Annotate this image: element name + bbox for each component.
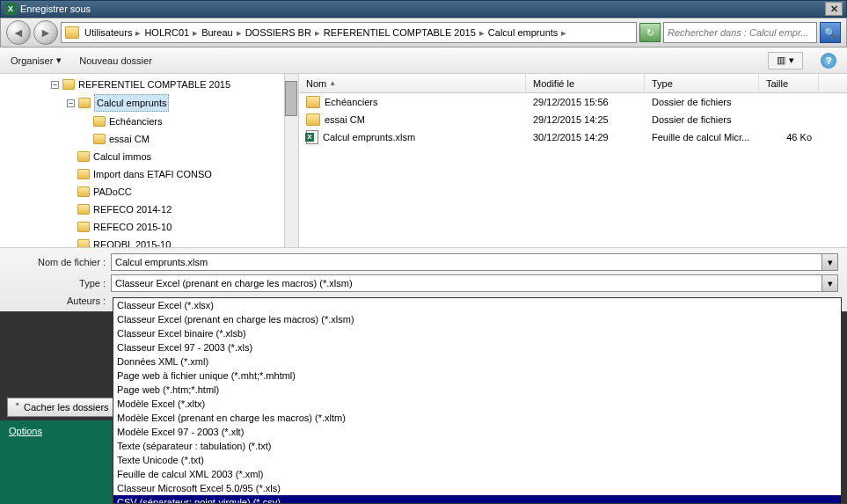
folder-icon bbox=[77, 151, 90, 162]
breadcrumb[interactable]: Utilisateurs▸HOLRC01▸Bureau▸DOSSIERS BR▸… bbox=[61, 22, 637, 43]
forward-button[interactable]: ► bbox=[33, 20, 58, 45]
tree-item[interactable]: essai CM bbox=[93, 130, 298, 148]
folder-icon bbox=[77, 169, 90, 179]
tree-item[interactable]: Calcul immos bbox=[77, 148, 298, 165]
type-select[interactable]: Classeur Excel (prenant en charge les ma… bbox=[111, 274, 838, 292]
chevron-right-icon: ▸ bbox=[559, 27, 568, 38]
collapse-icon[interactable]: − bbox=[67, 99, 75, 107]
hide-folders-button[interactable]: ˄ Cacher les dossiers bbox=[7, 398, 117, 417]
folder-icon bbox=[77, 222, 90, 232]
chevron-up-icon: ˄ bbox=[15, 402, 20, 413]
tree-item[interactable]: REODBL 2015-10 bbox=[77, 236, 298, 247]
folder-icon bbox=[78, 98, 91, 108]
tree-item[interactable]: Import dans ETAFI CONSO bbox=[77, 165, 298, 183]
filetype-option[interactable]: Modèle Excel 97 - 2003 (*.xlt) bbox=[113, 425, 841, 439]
filetype-option[interactable]: Texte Unicode (*.txt) bbox=[113, 453, 841, 467]
authors-label: Auteurs : bbox=[9, 296, 111, 306]
filetype-dropdown[interactable]: Classeur Excel (*.xlsx)Classeur Excel (p… bbox=[113, 297, 842, 504]
filetype-option[interactable]: Texte (séparateur : tabulation) (*.txt) bbox=[113, 439, 841, 453]
chevron-right-icon: ▸ bbox=[191, 27, 200, 38]
search-input[interactable]: Rechercher dans : Calcul empr... bbox=[663, 22, 817, 43]
folder-icon bbox=[77, 186, 90, 197]
excel-options-panel: Options bbox=[0, 420, 113, 504]
filetype-option[interactable]: Classeur Excel binaire (*.xlsb) bbox=[113, 326, 841, 340]
dropdown-icon[interactable]: ▾ bbox=[821, 254, 837, 270]
filetype-option[interactable]: Classeur Excel (prenant en charge les ma… bbox=[113, 312, 841, 326]
filetype-option[interactable]: Classeur Excel (*.xlsx) bbox=[113, 298, 841, 312]
tree-item[interactable]: Echéanciers bbox=[93, 113, 298, 130]
filetype-option[interactable]: Classeur Microsoft Excel 5.0/95 (*.xls) bbox=[113, 481, 841, 495]
chevron-right-icon: ▸ bbox=[134, 27, 142, 38]
folder-icon bbox=[62, 79, 75, 90]
window-title: Enregistrer sous bbox=[20, 4, 91, 14]
col-name[interactable]: Nom▲ bbox=[299, 74, 526, 92]
list-header: Nom▲ Modifié le Type Taille bbox=[299, 74, 847, 93]
collapse-icon[interactable]: − bbox=[51, 81, 59, 89]
filetype-option[interactable]: CSV (séparateur: point-virgule) (*.csv) bbox=[113, 495, 841, 504]
filename-input[interactable]: Calcul emprunts.xlsm ▾ bbox=[111, 253, 838, 271]
filetype-option[interactable]: Page web à fichier unique (*.mht;*.mhtml… bbox=[113, 369, 841, 383]
filetype-option[interactable]: Page web (*.htm;*.html) bbox=[113, 383, 841, 397]
view-selector[interactable]: ▥ ▾ bbox=[768, 52, 803, 69]
folder-tree[interactable]: −REFERENTIEL COMPTABLE 2015 −Calcul empr… bbox=[0, 74, 299, 247]
chevron-right-icon: ▸ bbox=[478, 27, 486, 38]
list-item[interactable]: essai CM29/12/2015 14:25Dossier de fichi… bbox=[299, 111, 847, 128]
titlebar: X Enregistrer sous ✕ bbox=[0, 0, 847, 18]
folder-icon bbox=[65, 26, 79, 39]
folder-icon bbox=[306, 113, 320, 126]
filetype-option[interactable]: Données XML (*.xml) bbox=[113, 354, 841, 369]
breadcrumb-segment[interactable]: Calcul emprunts bbox=[486, 27, 559, 38]
col-type[interactable]: Type bbox=[645, 74, 759, 92]
folder-icon bbox=[306, 96, 320, 108]
filetype-option[interactable]: Modèle Excel (*.xltx) bbox=[113, 397, 841, 411]
refresh-button[interactable]: ↻ bbox=[639, 23, 661, 42]
main-area: −REFERENTIEL COMPTABLE 2015 −Calcul empr… bbox=[0, 74, 847, 248]
chevron-right-icon: ▸ bbox=[313, 27, 322, 38]
breadcrumb-segment[interactable]: Utilisateurs bbox=[83, 27, 134, 38]
dropdown-icon[interactable]: ▾ bbox=[821, 275, 837, 291]
excel-icon: X bbox=[4, 3, 17, 15]
excel-file-icon bbox=[306, 130, 318, 144]
tree-item-root[interactable]: −REFERENTIEL COMPTABLE 2015 bbox=[62, 76, 298, 93]
chevron-right-icon: ▸ bbox=[235, 27, 244, 38]
list-item[interactable]: Calcul emprunts.xlsm30/12/2015 14:29Feui… bbox=[299, 128, 847, 146]
filetype-option[interactable]: Classeur Excel 97 - 2003 (*.xls) bbox=[113, 340, 841, 354]
folder-icon bbox=[77, 239, 90, 247]
sort-asc-icon: ▲ bbox=[329, 79, 336, 87]
file-list: Nom▲ Modifié le Type Taille Echéanciers2… bbox=[299, 74, 847, 247]
filetype-option[interactable]: Modèle Excel (prenant en charge les macr… bbox=[113, 411, 841, 425]
folder-icon bbox=[93, 134, 106, 144]
breadcrumb-segment[interactable]: DOSSIERS BR bbox=[244, 27, 313, 38]
new-folder-button[interactable]: Nouveau dossier bbox=[79, 55, 152, 66]
breadcrumb-segment[interactable]: HOLRC01 bbox=[142, 27, 191, 38]
tree-scrollbar[interactable] bbox=[284, 74, 298, 247]
toolbar: Organiser▾ Nouveau dossier ▥ ▾ ? bbox=[0, 47, 847, 74]
col-modified[interactable]: Modifié le bbox=[526, 74, 645, 92]
back-button[interactable]: ◄ bbox=[6, 20, 31, 45]
organize-button[interactable]: Organiser▾ bbox=[11, 55, 62, 66]
help-button[interactable]: ? bbox=[821, 53, 836, 69]
tree-item[interactable]: REFECO 2015-10 bbox=[77, 218, 298, 236]
filename-label: Nom de fichier : bbox=[9, 257, 111, 267]
filetype-option[interactable]: Feuille de calcul XML 2003 (*.xml) bbox=[113, 467, 841, 481]
close-button[interactable]: ✕ bbox=[825, 2, 843, 16]
navbar: ◄ ► Utilisateurs▸HOLRC01▸Bureau▸DOSSIERS… bbox=[0, 18, 847, 47]
breadcrumb-segment[interactable]: REFERENTIEL COMPTABLE 2015 bbox=[322, 27, 478, 38]
tree-item[interactable]: REFECO 2014-12 bbox=[77, 201, 298, 218]
type-label: Type : bbox=[9, 278, 111, 289]
breadcrumb-segment[interactable]: Bureau bbox=[200, 27, 234, 38]
folder-icon bbox=[93, 116, 106, 127]
folder-icon bbox=[77, 204, 90, 215]
tree-item-selected[interactable]: −Calcul emprunts bbox=[77, 93, 298, 113]
tree-item[interactable]: PADoCC bbox=[77, 183, 298, 201]
options-link[interactable]: Options bbox=[9, 426, 104, 436]
list-item[interactable]: Echéanciers29/12/2015 15:56Dossier de fi… bbox=[299, 93, 847, 111]
col-size[interactable]: Taille bbox=[759, 74, 819, 92]
search-button[interactable]: 🔍 bbox=[820, 22, 841, 43]
